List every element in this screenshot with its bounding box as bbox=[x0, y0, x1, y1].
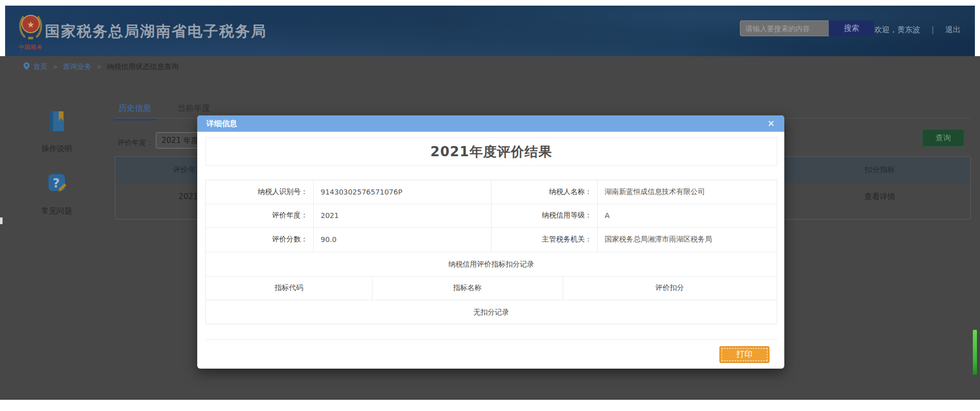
site-title: 国家税务总局湖南省电子税务局 bbox=[45, 21, 267, 42]
tab-history-info[interactable]: 历史信息 bbox=[119, 103, 151, 114]
column-indicator-code: 指标代码 bbox=[206, 277, 372, 300]
svg-text:?: ? bbox=[53, 176, 60, 190]
tab-bar: 历史信息 当前年度 bbox=[119, 103, 210, 114]
tax-authority-label: 主管税务机关： bbox=[491, 227, 597, 252]
welcome-text: 欢迎，黄东波 bbox=[874, 25, 920, 34]
breadcrumb-separator: > bbox=[53, 63, 58, 70]
column-eval-deduction: 评价扣分 bbox=[563, 277, 777, 300]
tax-emblem-icon: ★ bbox=[17, 10, 44, 41]
logout-link[interactable]: 退出 bbox=[945, 25, 961, 34]
eval-score-value: 90.0 bbox=[313, 227, 491, 252]
credit-level-label: 纳税信用等级： bbox=[491, 204, 597, 227]
column-indicator-name: 指标名称 bbox=[372, 277, 563, 300]
close-icon[interactable]: ✕ bbox=[765, 115, 777, 132]
taxpayer-id-value: 91430302576571076P bbox=[313, 180, 491, 204]
svg-text:★: ★ bbox=[27, 19, 34, 30]
app-header: ★ 中国税务 国家税务总局湖南省电子税务局 搜索 欢迎，黄东波|退出 bbox=[5, 6, 975, 56]
result-title: 2021年度评价结果 bbox=[205, 137, 777, 166]
evaluation-detail-table: 纳税人识别号： 91430302576571076P 纳税人名称： 湖南新蓝恒成… bbox=[205, 180, 777, 324]
taxpayer-name-label: 纳税人名称： bbox=[491, 180, 597, 204]
breadcrumb-separator: > bbox=[97, 63, 102, 70]
sidebar-item-instructions[interactable]: 操作说明 bbox=[26, 109, 87, 154]
taxpayer-id-label: 纳税人识别号： bbox=[206, 180, 313, 204]
year-filter-label: 评价年度： bbox=[118, 138, 153, 148]
breadcrumb-section[interactable]: 查询业务 bbox=[63, 62, 91, 71]
search-button[interactable]: 搜索 bbox=[829, 20, 874, 36]
table-row: 评价年度： 2021 纳税信用等级： A bbox=[206, 204, 777, 227]
header-divider: | bbox=[931, 25, 934, 34]
footer-divider bbox=[205, 340, 777, 340]
manual-book-icon bbox=[46, 109, 67, 133]
query-button[interactable]: 查询 bbox=[922, 129, 964, 147]
column-header-indicator: 扣分指标 bbox=[789, 157, 970, 183]
modal-title: 详细信息 bbox=[206, 119, 237, 128]
header-search: 搜索 bbox=[740, 20, 874, 36]
sidebar-item-label: 常见问题 bbox=[26, 206, 87, 216]
sidebar-item-label: 操作说明 bbox=[26, 144, 87, 154]
sidebar-item-faq[interactable]: ? 常见问题 bbox=[26, 172, 87, 216]
table-row: 指标代码 指标名称 评价扣分 bbox=[206, 277, 777, 300]
breadcrumb-current: 纳税信用状态信息查询 bbox=[107, 62, 178, 71]
credit-level-value: A bbox=[597, 204, 777, 227]
tab-current-year[interactable]: 当前年度 bbox=[177, 103, 210, 114]
search-input[interactable] bbox=[740, 20, 829, 36]
left-edge-artifact bbox=[0, 217, 3, 224]
modal-body: 2021年度评价结果 纳税人识别号： 91430302576571076P 纳税… bbox=[197, 132, 784, 369]
faq-question-icon: ? bbox=[46, 172, 67, 195]
logo-caption: 中国税务 bbox=[15, 43, 46, 51]
breadcrumb-home[interactable]: 首页 bbox=[33, 62, 48, 71]
taxpayer-name-value: 湖南新蓝恒成信息技术有限公司 bbox=[597, 180, 777, 204]
detail-modal: 详细信息 ✕ 2021年度评价结果 纳税人识别号： 91430302576571… bbox=[197, 115, 784, 369]
view-details-link[interactable]: 查看详情 bbox=[789, 183, 970, 219]
location-pin-icon bbox=[24, 62, 30, 71]
screen: ★ 中国税务 国家税务总局湖南省电子税务局 搜索 欢迎，黄东波|退出 首页 > … bbox=[0, 0, 980, 411]
breadcrumb: 首页 > 查询业务 > 纳税信用状态信息查询 bbox=[24, 63, 178, 71]
table-row: 评价分数： 90.0 主管税务机关： 国家税务总局湘潭市雨湖区税务局 bbox=[206, 227, 777, 252]
deduction-section-header: 纳税信用评价指标扣分记录 bbox=[206, 252, 777, 277]
header-user-area: 欢迎，黄东波|退出 bbox=[870, 25, 965, 35]
tax-bureau-logo: ★ 中国税务 bbox=[15, 10, 46, 51]
tax-authority-value: 国家税务总局湘潭市雨湖区税务局 bbox=[597, 227, 777, 252]
print-button[interactable]: 打印 bbox=[719, 346, 769, 363]
no-deduction-record-text: 无扣分记录 bbox=[206, 300, 777, 324]
side-scroll-indicator[interactable] bbox=[973, 330, 977, 375]
eval-year-value: 2021 bbox=[313, 204, 491, 227]
table-row: 纳税人识别号： 91430302576571076P 纳税人名称： 湖南新蓝恒成… bbox=[206, 180, 777, 204]
modal-header: 详细信息 ✕ bbox=[197, 115, 784, 132]
eval-year-label: 评价年度： bbox=[206, 204, 313, 227]
eval-score-label: 评价分数： bbox=[206, 227, 313, 252]
